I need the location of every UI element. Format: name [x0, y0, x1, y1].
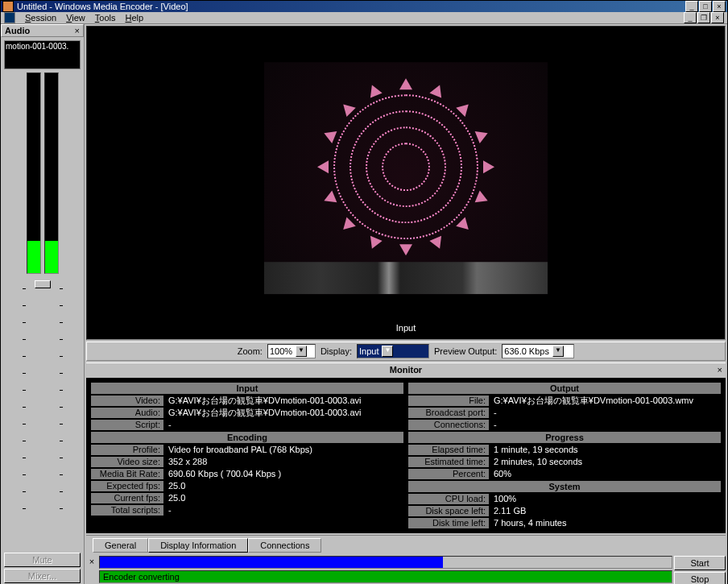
monitor-tabs: General Display Information Connections	[86, 535, 726, 553]
tab-connections[interactable]: Connections	[248, 538, 321, 553]
video-frame	[264, 62, 548, 294]
percent-row: Percent:60%	[408, 469, 721, 479]
chevron-down-icon[interactable]: ▼	[296, 346, 307, 357]
maximize-button[interactable]: □	[699, 1, 712, 12]
audio-panel-close-icon[interactable]: ×	[75, 26, 80, 35]
menubar: Session View Tools Help _ ❐ ×	[1, 12, 727, 24]
input-audio-row: Audio:G:¥AVI¥お台場の観覧車¥DVmotion-001-0003.a…	[91, 408, 403, 418]
menu-session[interactable]: Session	[20, 13, 61, 23]
zoom-label: Zoom:	[238, 346, 263, 356]
preview-output-combo[interactable]: 636.0 Kbps▼	[502, 344, 574, 358]
chevron-down-icon[interactable]: ▼	[382, 346, 393, 357]
display-label: Display:	[321, 346, 352, 356]
bitrate-row: Media Bit Rate:690.60 Kbps ( 700.04 Kbps…	[91, 469, 403, 479]
preview-output-label: Preview Output:	[434, 346, 497, 356]
titlebar[interactable]: Untitled - Windows Media Encoder - [Vide…	[1, 1, 727, 12]
audio-source-thumb[interactable]: motion-001-0003.	[4, 40, 81, 69]
mixer-button[interactable]: Mixer...	[4, 569, 81, 583]
monitor-header: Monitor ×	[86, 362, 726, 376]
close-button[interactable]: ×	[713, 1, 726, 12]
encoding-section-header: Encoding	[91, 432, 403, 443]
video-preview: Input	[86, 26, 726, 340]
disk-time-row: Disk time left:7 hours, 4 minutes	[408, 518, 721, 528]
output-section-header: Output	[408, 383, 721, 394]
tab-general[interactable]: General	[93, 538, 148, 553]
zoom-combo[interactable]: 100%▼	[267, 344, 316, 358]
connections-row: Connections:-	[408, 420, 721, 430]
mdi-icon[interactable]	[4, 12, 15, 23]
minimize-button[interactable]: _	[685, 1, 698, 12]
input-script-row: Script:-	[91, 420, 403, 430]
progress-bar	[99, 556, 672, 569]
monitor-panel: Input Video:G:¥AVI¥お台場の観覧車¥DVmotion-001-…	[86, 378, 726, 533]
current-fps-row: Current fps:25.0	[91, 493, 403, 503]
stop-button[interactable]: Stop	[674, 572, 726, 584]
menu-tools[interactable]: Tools	[90, 13, 121, 23]
total-scripts-row: Total scripts:-	[91, 505, 403, 516]
app-icon	[2, 1, 14, 12]
display-combo[interactable]: Input▼	[357, 344, 429, 358]
mute-button[interactable]: Mute	[4, 553, 81, 567]
volume-slider[interactable]	[23, 280, 63, 509]
audio-meter-right	[44, 72, 59, 274]
elapsed-row: Elapsed time:1 minute, 19 seconds	[408, 445, 721, 455]
audio-meter-left	[27, 72, 41, 274]
cpu-row: CPU load:100%	[408, 494, 721, 504]
mdi-minimize-button[interactable]: _	[684, 12, 697, 23]
system-section-header: System	[408, 481, 721, 492]
mdi-restore-button[interactable]: ❐	[697, 12, 710, 23]
status-text: Encoder converting	[99, 570, 672, 583]
monitor-close-icon[interactable]: ×	[718, 365, 722, 375]
chevron-down-icon[interactable]: ▼	[552, 346, 564, 357]
mdi-close-button[interactable]: ×	[711, 12, 724, 23]
disk-space-row: Disk space left:2.11 GB	[408, 506, 721, 516]
video-label: Input	[396, 323, 416, 333]
start-button[interactable]: Start	[674, 556, 726, 570]
input-video-row: Video:G:¥AVI¥お台場の観覧車¥DVmotion-001-0003.a…	[91, 396, 403, 406]
video-size-row: Video size:352 x 288	[91, 457, 403, 467]
preview-controls: Zoom: 100%▼ Display: Input▼ Preview Outp…	[86, 342, 726, 361]
menu-view[interactable]: View	[61, 13, 90, 23]
profile-row: Profile:Video for broadband PAL (768 Kbp…	[91, 445, 403, 455]
progress-section-header: Progress	[408, 432, 721, 443]
expected-fps-row: Expected fps:25.0	[91, 481, 403, 491]
output-file-row: File:G:¥AVI¥お台場の観覧車¥DVmotion-001-0003.wm…	[408, 396, 721, 406]
estimated-row: Estimated time:2 minutes, 10 seconds	[408, 457, 721, 467]
slider-handle[interactable]	[35, 280, 51, 288]
statusbar: × Encoder converting Start Stop	[85, 554, 727, 584]
tab-display-information[interactable]: Display Information	[148, 538, 248, 553]
status-close-icon[interactable]: ×	[86, 556, 97, 584]
input-section-header: Input	[91, 383, 403, 394]
audio-panel: Audio × motion-001-0003. Mute Mixer...	[1, 24, 85, 584]
audio-panel-header: Audio ×	[1, 24, 84, 37]
window-title: Untitled - Windows Media Encoder - [Vide…	[17, 2, 685, 11]
menu-help[interactable]: Help	[120, 13, 148, 23]
broadcast-port-row: Broadcast port:-	[408, 408, 721, 418]
